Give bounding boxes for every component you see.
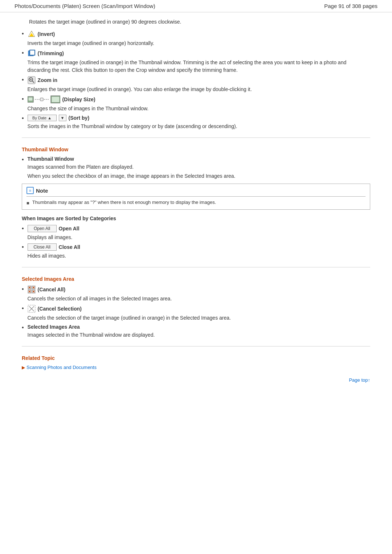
close-all-label: Close All: [59, 244, 80, 250]
selected-images-area-label: Selected Images Area: [28, 324, 370, 330]
sortby-label-row: By Date ▲ ▼ (Sort by): [28, 115, 370, 121]
page-number: Page 91 of 308 pages: [324, 3, 377, 9]
cancel-all-label: (Cancel All): [38, 287, 66, 292]
thumbnail-window-desc1: Images scanned from the Platen are displ…: [28, 163, 370, 171]
related-arrow-icon: ▶: [22, 365, 25, 370]
displaysize-description: Changes the size of images in the Thumbn…: [28, 105, 370, 112]
page-top-link[interactable]: Page top↑: [349, 377, 370, 383]
close-all-button-icon: Close All: [28, 243, 57, 251]
invert-description: Inverts the target image (outlined in or…: [28, 40, 370, 47]
page-header: Photos/Documents (Platen) Screen (Scan/I…: [0, 0, 392, 12]
page-top-area: Page top↑: [22, 377, 370, 383]
cancel-selection-label: (Cancel Selection): [38, 306, 82, 312]
trimming-label: (Trimming): [38, 50, 64, 56]
bullet-dot-selectedarea: •: [22, 325, 24, 331]
bullet-dot-displaysize: •: [22, 96, 24, 102]
cancel-selection-icon: [28, 305, 36, 313]
page-title: Photos/Documents (Platen) Screen (Scan/I…: [15, 3, 155, 9]
cancel-selection-bullet: • (Cancel Selection) Cancels the selecti…: [22, 305, 370, 322]
bullet-displaysize-content: (Display Size) Changes the size of image…: [28, 95, 370, 112]
sortby-label: (Sort by): [69, 115, 90, 121]
close-all-bullet: • Close All Close All Hides all images.: [22, 243, 370, 260]
bullet-displaysize: • (Display Size) Changes the s: [22, 95, 370, 112]
note-text-1: Thumbnails may appear as "?" when there …: [32, 200, 216, 205]
thumbnail-window-content: Thumbnail Window Images scanned from the…: [28, 156, 370, 180]
note-header: ≡ Note: [26, 187, 366, 197]
bullet-invert-content: (Invert) Inverts the target image (outli…: [28, 30, 370, 47]
section-divider-2: [22, 267, 370, 267]
zoomin-description: Enlarges the target image (outlined in o…: [28, 86, 370, 93]
note-title: Note: [36, 188, 48, 194]
cancel-selection-description: Cancels the selection of the target imag…: [28, 314, 370, 322]
bullet-zoomin: • Zoom in Enlarges the target image (out…: [22, 76, 370, 93]
bullet-dot-openall: •: [22, 226, 24, 231]
invert-label: (Invert): [38, 31, 55, 37]
selected-images-section: Selected Images Area •: [22, 276, 370, 339]
bullet-dot-cancelselection: •: [22, 305, 24, 311]
trimming-description: Trims the target image (outlined in oran…: [28, 59, 370, 74]
bullet-dot-zoomin: •: [22, 77, 24, 83]
section-divider-3: [22, 346, 370, 346]
main-content: Rotates the target image (outlined in or…: [0, 12, 392, 397]
thumbnail-window-bullet: • Thumbnail Window Images scanned from t…: [22, 156, 370, 180]
cancel-all-bullet: •: [22, 286, 370, 303]
bullet-dot-cancelall: •: [22, 286, 24, 292]
svg-rect-16: [28, 97, 33, 101]
open-all-label: Open All: [59, 226, 79, 231]
svg-rect-18: [40, 98, 43, 101]
selected-images-area-content: Selected Images Area Images selected in …: [28, 324, 370, 339]
open-all-content: Open All Open All Displays all images.: [28, 225, 370, 241]
note-bullet-icon: ■: [26, 200, 29, 206]
thumbnail-window-section: Thumbnail Window • Thumbnail Window Imag…: [22, 147, 370, 210]
sortby-dropdown-icon: ▼: [59, 115, 66, 121]
zoomin-icon: [28, 76, 36, 84]
sortby-button-icon: By Date ▲: [28, 115, 57, 121]
cancel-all-icon: [28, 286, 36, 294]
bullet-dot-sortby: •: [22, 115, 24, 121]
svg-rect-20: [52, 97, 60, 102]
when-sorted-heading: When Images are Sorted by Categories: [22, 216, 370, 221]
open-all-description: Displays all images.: [28, 234, 370, 241]
note-icon: ≡: [26, 187, 34, 194]
invert-label-row: (Invert): [28, 30, 370, 38]
trimming-label-row: (Trimming): [28, 49, 370, 57]
thumbnail-window-label: Thumbnail Window: [28, 156, 370, 162]
trimming-icon: [28, 49, 36, 57]
selected-images-area-bullet: • Selected Images Area Images selected i…: [22, 324, 370, 339]
selected-images-heading: Selected Images Area: [22, 276, 370, 282]
close-all-label-row: Close All Close All: [28, 243, 370, 251]
svg-rect-4: [30, 50, 35, 55]
displaysize-label: (Display Size): [62, 97, 95, 102]
bullet-trimming: • (Trimming) Trims the target image (out…: [22, 49, 370, 74]
section-divider-1: [22, 138, 370, 138]
thumbnail-window-heading: Thumbnail Window: [22, 147, 370, 152]
cancel-all-content: (Cancel All) Cancels the selection of al…: [28, 286, 370, 303]
bullet-sortby: • By Date ▲ ▼ (Sort by) Sorts the images…: [22, 115, 370, 130]
related-link-item: ▶ Scanning Photos and Documents: [22, 365, 370, 370]
bullet-sortby-content: By Date ▲ ▼ (Sort by) Sorts the images i…: [28, 115, 370, 130]
selected-images-area-description: Images selected in the Thumbnail window …: [28, 331, 370, 339]
note-item-1: ■ Thumbnails may appear as "?" when ther…: [26, 199, 366, 206]
when-sorted-section: When Images are Sorted by Categories • O…: [22, 216, 370, 260]
scanning-photos-link[interactable]: Scanning Photos and Documents: [26, 365, 97, 370]
open-all-bullet: • Open All Open All Displays all images.: [22, 225, 370, 241]
cancel-all-label-row: (Cancel All): [28, 286, 370, 294]
thumbnail-window-desc2: When you select the checkbox of an image…: [28, 172, 370, 180]
bullet-dot: •: [22, 31, 24, 37]
bullet-trimming-content: (Trimming) Trims the target image (outli…: [28, 49, 370, 74]
open-all-button-icon: Open All: [28, 225, 57, 232]
bullet-zoomin-content: Zoom in Enlarges the target image (outli…: [28, 76, 370, 93]
close-all-description: Hides all images.: [28, 252, 370, 260]
close-all-content: Close All Close All Hides all images.: [28, 243, 370, 260]
cancel-selection-label-row: (Cancel Selection): [28, 305, 370, 313]
bullet-dot-thumbnail: •: [22, 157, 24, 163]
zoomin-label-row: Zoom in: [28, 76, 370, 84]
cancel-selection-content: (Cancel Selection) Cancels the selection…: [28, 305, 370, 322]
displaysize-label-row: (Display Size): [28, 95, 370, 103]
invert-icon: [28, 30, 36, 38]
displaysize-icon: [28, 95, 60, 103]
bullet-dot-closeall: •: [22, 244, 24, 250]
related-topic-heading: Related Topic: [22, 355, 370, 361]
related-topic-section: Related Topic ▶ Scanning Photos and Docu…: [22, 355, 370, 370]
bullet-dot-trimming: •: [22, 50, 24, 56]
